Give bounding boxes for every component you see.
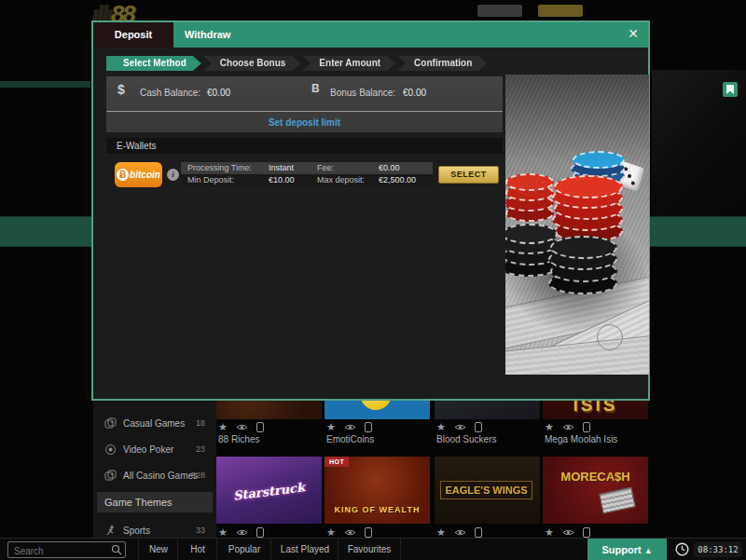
nav-favourites[interactable]: Favourites — [338, 539, 401, 560]
clock-icon — [675, 542, 689, 560]
game-tile-morecash[interactable]: MORECA$H — [543, 457, 648, 524]
bottom-bar: New Hot Popular Last Played Favourites S… — [0, 538, 746, 560]
search-box — [7, 541, 126, 558]
nav-new[interactable]: New — [138, 539, 178, 560]
select-button[interactable]: SELECT — [438, 166, 499, 184]
favourite-star-icon[interactable]: ★ — [218, 526, 228, 539]
game-actions: ★ — [545, 526, 590, 538]
search-input[interactable] — [12, 542, 109, 559]
mobile-icon[interactable] — [256, 422, 264, 432]
session-timer: 08:33:12 — [694, 542, 742, 557]
step-confirmation[interactable]: Confirmation — [397, 56, 487, 71]
detail-row: Min Deposit: €10.00 Max deposit: €2,500.… — [181, 174, 433, 186]
modal-header: Deposit Withdraw ✕ — [93, 22, 648, 48]
sidebar-item-all-casino-games[interactable]: All Casino Games 528 — [93, 465, 216, 487]
close-icon[interactable]: ✕ — [628, 26, 639, 41]
preview-eye-icon[interactable] — [562, 528, 574, 537]
mobile-icon[interactable] — [583, 527, 590, 538]
mobile-icon[interactable] — [365, 422, 372, 432]
cash-balance-label: Cash Balance: — [140, 88, 200, 98]
step-choose-bonus[interactable]: Choose Bonus — [203, 56, 301, 71]
bitcoin-symbol-icon: Ƀ — [117, 169, 129, 181]
tab-withdraw[interactable]: Withdraw — [185, 22, 230, 48]
favourite-star-icon[interactable]: ★ — [545, 526, 554, 539]
mobile-icon[interactable] — [365, 527, 372, 538]
page: { "page": { "logo_text": "88" }, "icons"… — [0, 0, 746, 560]
favourite-star-icon[interactable]: ★ — [326, 526, 336, 539]
hot-badge: HOT — [325, 457, 349, 467]
game-actions: ★ — [218, 526, 264, 538]
casino-chips-photo — [505, 75, 649, 375]
game-actions: ★ — [326, 526, 372, 538]
favourite-star-icon[interactable]: ★ — [218, 421, 228, 433]
preview-eye-icon[interactable] — [344, 528, 356, 537]
game-title: Mega Moolah Isis — [545, 434, 617, 444]
nav-popular[interactable]: Popular — [216, 539, 271, 560]
game-actions: ★ — [326, 421, 372, 432]
game-tile-king-of-wealth[interactable]: HOT KING OF WEALTH — [325, 457, 430, 524]
game-actions: ★ — [545, 421, 590, 432]
cash-balance-value: €0.00 — [207, 88, 230, 98]
bookmark-icon[interactable] — [723, 82, 738, 97]
deposit-modal: Deposit Withdraw ✕ Select Method Choose … — [91, 20, 650, 401]
step-select-method[interactable]: Select Method — [106, 56, 201, 71]
header-button-login[interactable] — [477, 5, 522, 17]
game-actions: ★ — [436, 526, 482, 538]
detail-row: Processing Time: Instant Fee: €0.00 — [181, 162, 433, 174]
left-banner-strip — [0, 81, 90, 88]
tile-art-text: KING OF WEALTH — [325, 505, 430, 514]
site-logo[interactable]: ıllı88 — [91, 0, 231, 20]
nav-hot[interactable]: Hot — [177, 539, 217, 560]
sidebar-item-casual-games[interactable]: Casual Games 18 — [93, 413, 216, 435]
mobile-icon[interactable] — [583, 422, 590, 432]
step-enter-amount[interactable]: Enter Amount — [302, 56, 395, 71]
set-deposit-limit-link[interactable]: Set deposit limit — [106, 117, 503, 128]
game-actions: ★ — [436, 421, 482, 432]
info-icon[interactable]: i — [167, 169, 179, 181]
favourite-star-icon[interactable]: ★ — [326, 421, 336, 433]
tile-art-text: Starstruck — [219, 479, 318, 505]
sidebar: Casual Games 18 Video Poker 23 All Casin… — [93, 401, 216, 538]
dice-icon — [104, 417, 117, 430]
payment-method-details: Processing Time: Instant Fee: €0.00 Min … — [181, 162, 433, 186]
search-icon — [111, 544, 122, 555]
cash-stack — [599, 486, 636, 513]
poker-chip-icon — [104, 444, 117, 456]
favourite-star-icon[interactable]: ★ — [545, 421, 554, 433]
bonus-balance-value: €0.00 — [403, 88, 426, 98]
favourite-star-icon[interactable]: ★ — [436, 421, 446, 433]
preview-eye-icon[interactable] — [344, 423, 356, 431]
game-tile-starstruck[interactable]: Starstruck — [216, 457, 322, 524]
preview-eye-icon[interactable] — [562, 423, 574, 431]
nav-last-played[interactable]: Last Played — [270, 539, 338, 560]
cash-balance-icon: $ — [117, 82, 125, 97]
game-tile-eagles-wings[interactable]: EAGLE'S WINGS — [435, 457, 540, 524]
runner-icon — [104, 525, 117, 537]
preview-eye-icon[interactable] — [454, 423, 466, 431]
game-title: EmotiCoins — [326, 434, 374, 444]
bonus-balance-label: Bonus Balance: — [330, 88, 395, 98]
support-button[interactable]: Support ▲ — [587, 539, 667, 560]
sidebar-item-video-poker[interactable]: Video Poker 23 — [93, 439, 216, 461]
section-ewallets: E-Wallets — [106, 138, 503, 154]
balance-panel: $ Cash Balance: €0.00 B Bonus Balance: €… — [106, 76, 503, 132]
bitcoin-logo[interactable]: Ƀ bitcoin — [115, 162, 162, 187]
tile-art-text: EAGLE'S WINGS — [440, 481, 532, 499]
support-arrow-icon: ▲ — [644, 546, 653, 555]
sidebar-section-game-themes[interactable]: Game Themes — [97, 492, 213, 512]
mobile-icon[interactable] — [256, 527, 264, 538]
dice-icon — [104, 470, 117, 482]
preview-eye-icon[interactable] — [236, 423, 248, 431]
mobile-icon[interactable] — [475, 527, 482, 538]
tab-deposit[interactable]: Deposit — [93, 22, 173, 48]
mobile-icon[interactable] — [475, 422, 482, 432]
favourite-star-icon[interactable]: ★ — [436, 526, 446, 539]
bonus-balance-icon: B — [311, 82, 320, 95]
game-actions: ★ — [218, 421, 264, 432]
game-title: 88 Riches — [218, 434, 259, 444]
divider — [106, 111, 503, 112]
preview-eye-icon[interactable] — [236, 528, 248, 537]
preview-eye-icon[interactable] — [454, 528, 466, 537]
header-button-register[interactable] — [538, 5, 583, 17]
wizard-steps: Select Method Choose Bonus Enter Amount … — [106, 56, 489, 71]
